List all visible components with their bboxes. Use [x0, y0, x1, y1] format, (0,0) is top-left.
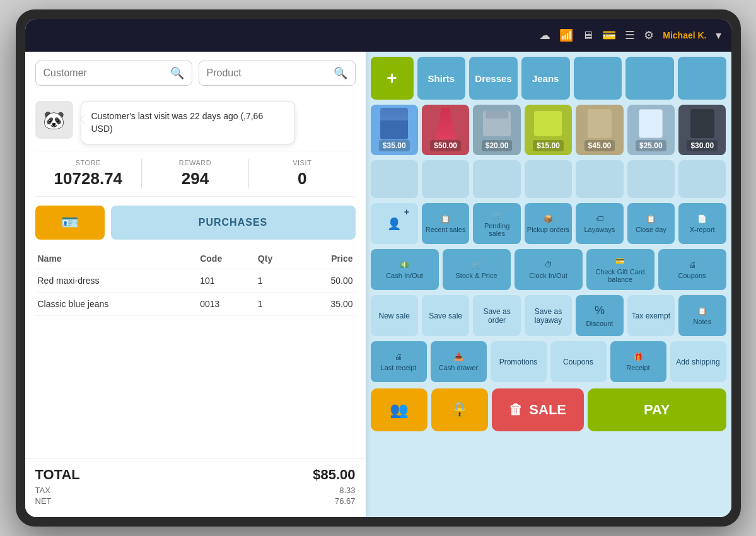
- store-label: STORE: [35, 159, 142, 166]
- product-search-box[interactable]: 🔍: [199, 61, 356, 86]
- product-search-icon: 🔍: [334, 66, 347, 80]
- save-sale-button[interactable]: Save sale: [422, 295, 469, 336]
- customers-icon: 👥: [390, 401, 409, 419]
- customer-avatar: 🐼: [35, 101, 73, 139]
- store-value: 10728.74: [35, 169, 142, 189]
- sale-button[interactable]: 🗑 SALE: [492, 388, 584, 431]
- category-jeans[interactable]: Jeans: [521, 57, 570, 100]
- clock-inout-button[interactable]: ⏱ Clock In/Out: [515, 249, 583, 290]
- save-layaway-button[interactable]: Save as layaway: [525, 295, 572, 336]
- product-shirt-yellow[interactable]: $15.00: [525, 105, 572, 155]
- check-gift-button[interactable]: 💳 Check Gift Card balance: [586, 249, 654, 290]
- layaways-button[interactable]: 🏷 Layaways: [576, 203, 623, 244]
- stock-price-button[interactable]: 🛒 Stock & Price: [443, 249, 511, 290]
- table-row[interactable]: Red maxi-dress 101 1 50.00: [35, 269, 356, 293]
- purchases-button[interactable]: PURCHASES: [111, 206, 356, 240]
- card-icon[interactable]: 💳: [602, 28, 616, 42]
- coupons-button[interactable]: 🖨 Coupons: [658, 249, 726, 290]
- product-pants-beige[interactable]: $45.00: [576, 105, 623, 155]
- coupons2-label: Coupons: [563, 358, 593, 366]
- empty-4: [525, 160, 572, 198]
- pickup-orders-button[interactable]: 📦 Pickup orders: [525, 203, 572, 244]
- search-area: 🔍 🔍: [25, 52, 366, 95]
- pay-button[interactable]: PAY: [588, 388, 726, 431]
- notes-button[interactable]: 📋 Notes: [678, 295, 726, 336]
- add-shipping-button[interactable]: Add shipping: [670, 341, 726, 382]
- item-code: 0013: [197, 293, 255, 316]
- cash-inout-button[interactable]: 💵 Cash In/Out: [371, 249, 439, 290]
- new-sale-button[interactable]: New sale: [371, 295, 418, 336]
- left-panel: 🔍 🔍 🐼 Customer's last visit was 22 days …: [25, 52, 366, 517]
- promotions-button[interactable]: Promotions: [491, 341, 547, 382]
- category-4[interactable]: [574, 57, 622, 100]
- gear-icon[interactable]: ⚙: [644, 28, 654, 42]
- category-dresses[interactable]: Dresses: [469, 57, 518, 100]
- empty-6: [627, 160, 675, 198]
- tax-exempt-button[interactable]: Tax exempt: [627, 295, 675, 336]
- cash-drawer-button[interactable]: 📥 Cash drawer: [431, 341, 487, 382]
- product-dress-red[interactable]: $50.00: [422, 105, 469, 155]
- coupons2-button[interactable]: Coupons: [550, 341, 607, 382]
- stat-store: STORE 10728.74: [35, 159, 142, 189]
- x-report-button[interactable]: 📄 X-report: [678, 203, 726, 244]
- new-customer-button[interactable]: 👤 +: [371, 203, 418, 244]
- visit-value: 0: [249, 169, 356, 189]
- last-receipt-label: Last receipt: [381, 364, 417, 371]
- coupons-icon: 🖨: [689, 260, 696, 269]
- category-shirts[interactable]: Shirts: [417, 57, 466, 100]
- product-shirt-gray[interactable]: $20.00: [473, 105, 520, 155]
- discount-button[interactable]: % Discount: [576, 295, 623, 336]
- chevron-icon[interactable]: ▾: [716, 28, 721, 42]
- user-name[interactable]: Michael K.: [663, 30, 706, 40]
- cash-drawer-icon: 📥: [454, 352, 463, 361]
- pending-sales-button[interactable]: 🛒 Pending sales: [473, 203, 520, 244]
- stat-visit: VISIT 0: [249, 159, 356, 189]
- customer-input[interactable]: [44, 67, 165, 79]
- category-6[interactable]: [678, 57, 726, 100]
- category-5[interactable]: [625, 57, 674, 100]
- col-code: Code: [197, 248, 255, 269]
- save-order-button[interactable]: Save as order: [473, 295, 520, 336]
- screen-icon[interactable]: 🖥: [582, 29, 593, 42]
- last-receipt-button[interactable]: 🖨 Last receipt: [371, 341, 427, 382]
- close-day-button[interactable]: 📋 Close day: [627, 203, 675, 244]
- item-name: Classic blue jeans: [35, 293, 198, 316]
- product-pants-white[interactable]: $25.00: [627, 105, 675, 155]
- new-sale-label: New sale: [379, 312, 410, 320]
- table-row[interactable]: Classic blue jeans 0013 1 35.00: [35, 293, 356, 316]
- discount-icon: %: [595, 304, 605, 317]
- sale-label: SALE: [529, 402, 566, 418]
- categories-row: + Shirts Dresses Jeans: [366, 52, 731, 102]
- cloud-icon[interactable]: ☁: [539, 28, 550, 42]
- products-row: $35.00 $50.00 $20.: [366, 102, 731, 158]
- signal-icon: 📶: [559, 28, 573, 42]
- product-pants-black[interactable]: $30.00: [678, 105, 726, 155]
- product-jeans-blue[interactable]: $35.00: [371, 105, 418, 155]
- receipt-button[interactable]: 🎁 Receipt: [610, 341, 666, 382]
- save-order-label: Save as order: [475, 307, 518, 325]
- tooltip-text: Customer's last visit was 22 days ago (,…: [91, 111, 264, 134]
- recent-sales-button[interactable]: 📋 Recent sales: [422, 203, 469, 244]
- add-category-button[interactable]: +: [371, 57, 414, 100]
- layaways-label: Layaways: [584, 226, 615, 233]
- customer-info-area: 🐼 Customer's last visit was 22 days ago …: [25, 95, 366, 151]
- profile-button[interactable]: 🪪: [35, 206, 105, 240]
- receipt-icon: 🎁: [634, 352, 643, 361]
- receipt-label: Receipt: [626, 364, 649, 371]
- product-input[interactable]: [207, 67, 329, 79]
- product-image-pants-beige: [576, 105, 623, 143]
- customers-button[interactable]: 👥: [371, 388, 427, 431]
- profile-icon: 🪪: [61, 214, 78, 231]
- tablet-screen: ☁ 📶 🖥 💳 ☰ ⚙ Michael K. ▾ 🔍: [25, 19, 731, 517]
- x-report-icon: 📄: [697, 214, 707, 223]
- customer-search-icon: 🔍: [170, 66, 184, 80]
- menu-icon[interactable]: ☰: [625, 28, 635, 42]
- pay-bar: 👥 🔒 🗑 SALE PAY: [366, 385, 731, 436]
- customer-search-box[interactable]: 🔍: [35, 61, 192, 86]
- stock-price-icon: 🛒: [472, 260, 481, 269]
- net-label: NET: [35, 496, 52, 506]
- visit-label: VISIT: [249, 159, 356, 166]
- lock-button[interactable]: 🔒: [431, 388, 488, 431]
- product-price-pants-white: $25.00: [636, 140, 666, 151]
- customer-plus-icon: 👤: [387, 217, 401, 231]
